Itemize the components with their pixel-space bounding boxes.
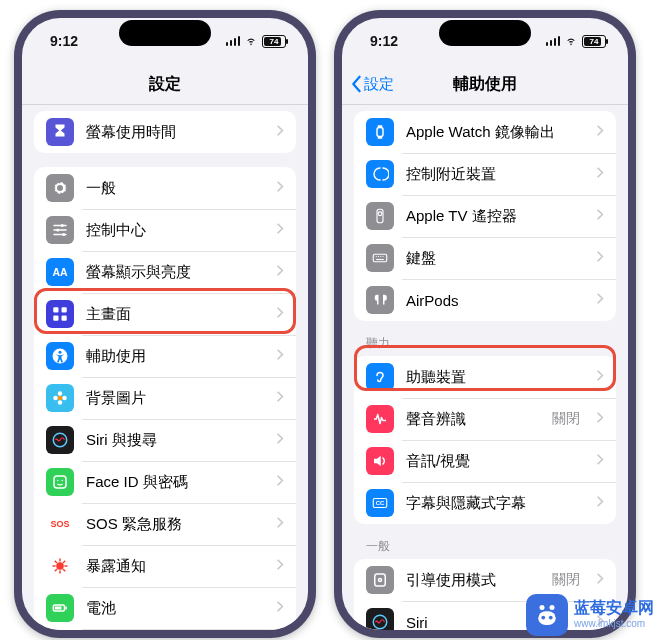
cc-icon: CC xyxy=(366,489,394,517)
section-header-hearing: 聽力 xyxy=(366,335,604,352)
back-label: 設定 xyxy=(364,75,394,94)
svg-text:AA: AA xyxy=(52,266,68,278)
svg-point-43 xyxy=(378,256,379,257)
battery-icon xyxy=(46,594,74,622)
svg-line-26 xyxy=(55,569,57,571)
chevron-right-icon xyxy=(276,263,284,281)
svg-point-0 xyxy=(61,224,64,227)
svg-text:CC: CC xyxy=(376,500,385,506)
chevron-right-icon xyxy=(596,410,604,428)
wifi-icon xyxy=(244,36,258,46)
svg-point-11 xyxy=(58,391,63,396)
chevron-right-icon xyxy=(596,494,604,512)
signal-icon xyxy=(226,36,241,46)
svg-rect-40 xyxy=(373,254,387,262)
svg-point-12 xyxy=(58,400,63,405)
row-label: 背景圖片 xyxy=(86,389,264,408)
row-label: 主畫面 xyxy=(86,305,264,324)
svg-point-44 xyxy=(380,256,381,257)
watermark: 蓝莓安卓网 www.lmkjst.com xyxy=(526,594,654,636)
chevron-right-icon xyxy=(276,305,284,323)
settings-row-5[interactable]: 背景圖片 xyxy=(34,377,296,419)
settings-row-1[interactable]: 聲音辨識 關閉 xyxy=(354,398,616,440)
row-label: Face ID 與密碼 xyxy=(86,473,264,492)
settings-row-4[interactable]: 輔助使用 xyxy=(34,335,296,377)
settings-row-9[interactable]: 暴露通知 xyxy=(34,545,296,587)
settings-row-3[interactable]: CC 字幕與隱藏式字幕 xyxy=(354,482,616,524)
chevron-right-icon xyxy=(596,452,604,470)
chevron-right-icon xyxy=(276,347,284,365)
svg-rect-4 xyxy=(53,307,58,312)
row-label: 控制附近裝置 xyxy=(406,165,584,184)
face-icon xyxy=(46,468,74,496)
settings-row-2[interactable]: Apple TV 遙控器 xyxy=(354,195,616,237)
row-label: 控制中心 xyxy=(86,221,264,240)
flower-icon xyxy=(46,384,74,412)
svg-point-2 xyxy=(62,233,65,236)
siri-icon xyxy=(46,426,74,454)
keyboard-icon xyxy=(366,244,394,272)
remote-icon xyxy=(366,202,394,230)
chevron-right-icon xyxy=(596,368,604,386)
watch-icon xyxy=(366,118,394,146)
chevron-right-icon xyxy=(596,571,604,589)
svg-point-49 xyxy=(379,579,382,582)
svg-point-60 xyxy=(541,616,545,620)
grid-icon xyxy=(46,300,74,328)
svg-point-17 xyxy=(57,480,59,482)
chevron-right-icon xyxy=(276,515,284,533)
settings-row-3[interactable]: 主畫面 xyxy=(34,293,296,335)
settings-row-11[interactable]: 隱私權與安全性 xyxy=(34,629,296,630)
watermark-icon xyxy=(526,594,568,636)
chevron-right-icon xyxy=(596,291,604,309)
settings-row-10[interactable]: 電池 xyxy=(34,587,296,629)
airpods-icon xyxy=(366,286,394,314)
row-label: Siri 與搜尋 xyxy=(86,431,264,450)
svg-point-9 xyxy=(59,351,62,354)
status-time: 9:12 xyxy=(370,33,398,49)
settings-row-8[interactable]: SOS SOS 緊急服務 xyxy=(34,503,296,545)
svg-rect-48 xyxy=(375,574,386,586)
svg-point-58 xyxy=(550,605,555,610)
settings-row-0[interactable]: 助聽裝置 xyxy=(354,356,616,398)
watermark-name: 蓝莓安卓网 xyxy=(574,600,654,616)
row-label: 引導使用模式 xyxy=(406,571,540,590)
wifi-icon xyxy=(564,36,578,46)
accessibility-icon xyxy=(46,342,74,370)
settings-row-2[interactable]: 音訊/視覺 xyxy=(354,440,616,482)
row-label: 助聽裝置 xyxy=(406,368,584,387)
svg-point-42 xyxy=(376,256,377,257)
svg-point-61 xyxy=(549,616,553,620)
settings-row-6[interactable]: Siri 與搜尋 xyxy=(34,419,296,461)
svg-line-27 xyxy=(63,561,65,563)
exposure-icon xyxy=(46,552,74,580)
row-detail: 關閉 xyxy=(552,571,580,589)
settings-row-4[interactable]: AirPods xyxy=(354,279,616,321)
settings-row-1[interactable]: 控制中心 xyxy=(34,209,296,251)
svg-rect-29 xyxy=(65,607,67,610)
row-label: Apple TV 遙控器 xyxy=(406,207,584,226)
row-label: 螢幕使用時間 xyxy=(86,123,264,142)
settings-row-0[interactable]: Apple Watch 鏡像輸出 xyxy=(354,111,616,153)
row-label: AirPods xyxy=(406,292,584,309)
settings-row-2[interactable]: AA 螢幕顯示與亮度 xyxy=(34,251,296,293)
settings-row-0[interactable]: 螢幕使用時間 xyxy=(34,111,296,153)
svg-rect-5 xyxy=(62,307,67,312)
svg-point-39 xyxy=(378,212,382,216)
settings-row-0[interactable]: 一般 xyxy=(34,167,296,209)
settings-row-3[interactable]: 鍵盤 xyxy=(354,237,616,279)
siri-icon xyxy=(366,608,394,630)
svg-rect-36 xyxy=(378,125,383,127)
svg-rect-16 xyxy=(54,476,66,488)
row-detail: 關閉 xyxy=(552,410,580,428)
status-time: 9:12 xyxy=(50,33,78,49)
back-button[interactable]: 設定 xyxy=(350,75,394,94)
guided-icon xyxy=(366,566,394,594)
svg-point-57 xyxy=(540,605,545,610)
hourglass-icon xyxy=(46,118,74,146)
settings-row-1[interactable]: 控制附近裝置 xyxy=(354,153,616,195)
chevron-right-icon xyxy=(596,249,604,267)
sliders-icon xyxy=(46,216,74,244)
row-label: 暴露通知 xyxy=(86,557,264,576)
settings-row-7[interactable]: Face ID 與密碼 xyxy=(34,461,296,503)
